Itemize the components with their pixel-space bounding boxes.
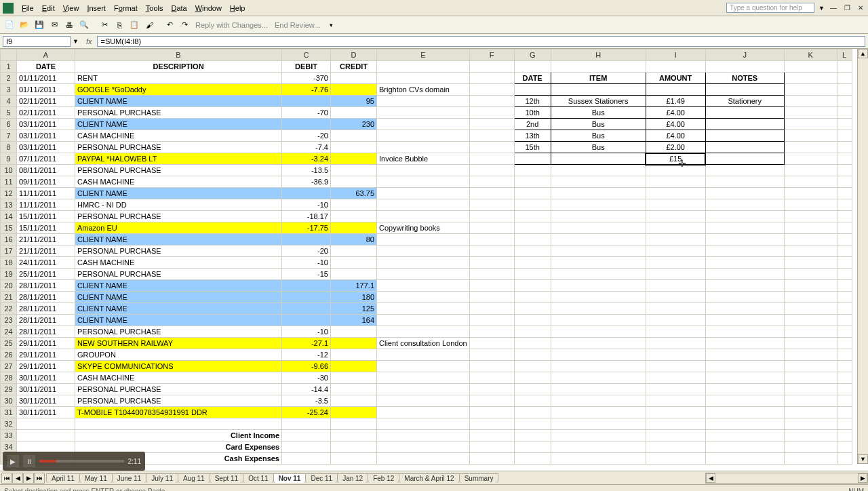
sheet-tab[interactable]: Aug 11 [178,473,210,483]
cell-B25[interactable]: NEW SOUTHERN RAILWAY [75,338,282,349]
cell-B20[interactable]: CLIENT NAME [75,280,282,292]
cell-L7[interactable] [837,130,852,142]
cell-K15[interactable] [784,222,837,234]
cell-A18[interactable]: 24/11/2011 [17,257,75,269]
cell-J21[interactable] [705,292,784,303]
cell-D27[interactable] [331,361,377,372]
cell-E28[interactable] [377,372,470,384]
cell-E1[interactable] [377,61,470,73]
cell-E17[interactable] [377,246,470,257]
cell-H30[interactable] [551,395,646,407]
cell-I1[interactable] [646,61,705,73]
cell-E18[interactable] [377,257,470,269]
cell-C26[interactable]: -12 [282,349,331,361]
row-header[interactable]: 21 [1,292,17,303]
cell-F7[interactable] [469,130,514,142]
menu-file[interactable]: File [18,3,38,14]
col-header-B[interactable]: B [75,50,282,61]
cell-L27[interactable] [837,361,852,372]
cell-A32[interactable] [17,418,75,430]
cell-D31[interactable] [331,407,377,418]
cell-E34[interactable] [377,441,470,453]
cell-D7[interactable] [331,130,377,142]
cell-H11[interactable] [551,176,646,188]
cell-L2[interactable] [837,73,852,84]
scroll-down-button[interactable]: ▼ [858,454,868,464]
col-header-H[interactable]: H [551,50,646,61]
row-header[interactable]: 1 [1,61,17,73]
cell-G27[interactable] [514,361,551,372]
cell-B29[interactable]: PERSONAL PURCHASE [75,384,282,395]
cell-C3[interactable]: -7.76 [282,84,331,96]
cell-E15[interactable]: Copywriting books [377,222,470,234]
cell-G19[interactable] [514,269,551,280]
cell-B19[interactable]: PERSONAL PURCHASE [75,269,282,280]
cell-G12[interactable] [514,188,551,199]
print-button[interactable]: 🖶 [62,18,76,32]
cell-L5[interactable] [837,107,852,119]
cell-J22[interactable] [705,303,784,315]
tab-last-button[interactable]: ⏭ [34,473,45,484]
cell-J30[interactable] [705,395,784,407]
mail-button[interactable]: ✉ [47,18,61,32]
cell-K23[interactable] [784,315,837,326]
cell-H5[interactable]: Bus [551,107,646,119]
cell-K35[interactable] [784,453,837,465]
cell-G26[interactable] [514,349,551,361]
cell-G10[interactable] [514,165,551,176]
cell-H4[interactable]: Sussex Stationers [551,96,646,107]
cell-H20[interactable] [551,280,646,292]
cell-K33[interactable] [784,430,837,441]
cell-E20[interactable] [377,280,470,292]
cell-G6[interactable]: 2nd [514,119,551,130]
row-header[interactable]: 28 [1,372,17,384]
cell-L11[interactable] [837,176,852,188]
cell-A17[interactable]: 21/11/2011 [17,246,75,257]
row-header[interactable]: 4 [1,96,17,107]
cell-H22[interactable] [551,303,646,315]
cell-G29[interactable] [514,384,551,395]
cell-G21[interactable] [514,292,551,303]
cell-A2[interactable]: 01/11/2011 [17,73,75,84]
cell-J28[interactable] [705,372,784,384]
cell-G2[interactable]: DATE [514,73,551,84]
sheet-tab[interactable]: July 11 [146,473,178,483]
cell-K22[interactable] [784,303,837,315]
paste-button[interactable]: 📋 [127,18,141,32]
cell-D3[interactable] [331,84,377,96]
cell-B6[interactable]: CLIENT NAME [75,119,282,130]
cell-E31[interactable] [377,407,470,418]
cell-J25[interactable] [705,338,784,349]
cell-A14[interactable]: 15/11/2011 [17,211,75,222]
cell-B24[interactable]: PERSONAL PURCHASE [75,326,282,338]
cell-E7[interactable] [377,130,470,142]
cell-I19[interactable] [646,269,705,280]
new-button[interactable]: 📄 [3,18,16,32]
cell-F21[interactable] [469,292,514,303]
cell-G30[interactable] [514,395,551,407]
cell-F18[interactable] [469,257,514,269]
tab-prev-button[interactable]: ◀ [12,473,23,484]
cell-D24[interactable] [331,326,377,338]
cell-K29[interactable] [784,384,837,395]
cell-F16[interactable] [469,234,514,246]
sheet-tab[interactable]: Sept 11 [210,473,243,483]
cell-D19[interactable] [331,269,377,280]
cell-A15[interactable]: 15/11/2011 [17,222,75,234]
cell-G13[interactable] [514,199,551,211]
cell-K12[interactable] [784,188,837,199]
row-header[interactable]: 15 [1,222,17,234]
cell-C18[interactable]: -10 [282,257,331,269]
row-header[interactable]: 32 [1,418,17,430]
cell-C12[interactable] [282,188,331,199]
cell-L17[interactable] [837,246,852,257]
cell-A24[interactable]: 28/11/2011 [17,326,75,338]
cell-C33[interactable] [282,430,331,441]
cell-I13[interactable] [646,199,705,211]
cell-L12[interactable] [837,188,852,199]
cell-L30[interactable] [837,395,852,407]
toolbar-options-button[interactable]: ▾ [324,18,338,32]
cut-button[interactable]: ✂ [98,18,111,32]
cell-J26[interactable] [705,349,784,361]
cell-C10[interactable]: -13.5 [282,165,331,176]
